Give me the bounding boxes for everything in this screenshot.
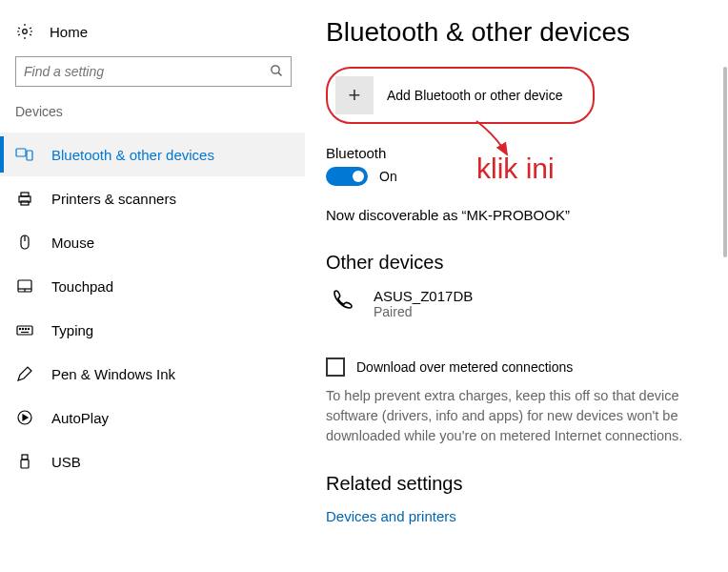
sidebar-item-label: AutoPlay	[51, 410, 109, 426]
scrollbar[interactable]	[723, 67, 727, 257]
svg-point-13	[19, 328, 20, 329]
search-icon	[270, 64, 283, 80]
home-button[interactable]: Home	[0, 14, 305, 56]
usb-icon	[15, 452, 34, 471]
svg-rect-3	[27, 151, 32, 160]
search-input[interactable]	[15, 56, 292, 87]
pen-icon	[15, 364, 34, 383]
sidebar-item-label: Mouse	[51, 235, 94, 251]
sidebar-item-bluetooth[interactable]: Bluetooth & other devices	[0, 133, 305, 176]
mouse-icon	[15, 233, 34, 252]
svg-point-15	[25, 328, 26, 329]
sidebar-item-label: Printers & scanners	[51, 191, 176, 207]
search-field[interactable]	[24, 64, 270, 79]
svg-point-0	[23, 30, 28, 34]
svg-point-14	[22, 328, 23, 329]
main-content: Bluetooth & other devices + Add Bluetoot…	[305, 0, 728, 572]
related-settings-heading: Related settings	[326, 473, 705, 495]
home-label: Home	[50, 24, 88, 40]
sidebar-item-label: Touchpad	[51, 278, 113, 295]
svg-rect-20	[21, 460, 29, 468]
other-devices-heading: Other devices	[326, 252, 705, 274]
svg-rect-5	[21, 193, 29, 196]
touchpad-icon	[15, 276, 34, 296]
page-title: Bluetooth & other devices	[326, 17, 705, 48]
sidebar-item-label: USB	[51, 454, 81, 470]
keyboard-icon	[15, 320, 34, 339]
devices-icon	[15, 145, 34, 164]
printer-icon	[15, 189, 34, 208]
metered-checkbox[interactable]	[326, 358, 345, 377]
device-item[interactable]: ASUS_Z017DB Paired	[326, 287, 705, 319]
phone-icon	[326, 287, 358, 319]
sidebar-item-printers[interactable]: Printers & scanners	[0, 176, 305, 220]
plus-icon: +	[335, 76, 374, 114]
add-device-label: Add Bluetooth or other device	[387, 88, 562, 103]
autoplay-icon	[15, 408, 34, 427]
devices-and-printers-link[interactable]: Devices and printers	[326, 508, 705, 524]
sidebar-item-typing[interactable]: Typing	[0, 308, 305, 352]
svg-point-1	[272, 65, 279, 72]
bluetooth-toggle[interactable]	[326, 167, 368, 186]
toggle-state-label: On	[379, 169, 397, 184]
sidebar-item-autoplay[interactable]: AutoPlay	[0, 396, 305, 439]
svg-rect-19	[22, 455, 28, 460]
sidebar-item-usb[interactable]: USB	[0, 439, 305, 483]
svg-point-16	[28, 328, 29, 329]
svg-rect-12	[17, 326, 32, 335]
sidebar-item-touchpad[interactable]: Touchpad	[0, 264, 305, 308]
sidebar-item-pen[interactable]: Pen & Windows Ink	[0, 352, 305, 396]
discoverable-text: Now discoverable as “MK-PROBOOK”	[326, 207, 705, 223]
sidebar-item-label: Typing	[51, 322, 93, 338]
metered-help-text: To help prevent extra charges, keep this…	[326, 386, 705, 446]
sidebar-item-label: Bluetooth & other devices	[51, 147, 214, 163]
sidebar-item-mouse[interactable]: Mouse	[0, 220, 305, 264]
gear-icon	[15, 22, 34, 41]
sidebar-item-label: Pen & Windows Ink	[51, 366, 175, 382]
section-label-devices: Devices	[0, 104, 305, 133]
metered-checkbox-label: Download over metered connections	[356, 359, 573, 375]
svg-rect-2	[16, 149, 26, 156]
settings-sidebar: Home Devices Bluetooth & other devices	[0, 0, 305, 572]
add-device-button[interactable]: + Add Bluetooth or other device	[326, 67, 595, 124]
device-name: ASUS_Z017DB	[374, 288, 473, 304]
device-status: Paired	[374, 304, 473, 319]
annotation-text: klik ini	[476, 153, 555, 185]
